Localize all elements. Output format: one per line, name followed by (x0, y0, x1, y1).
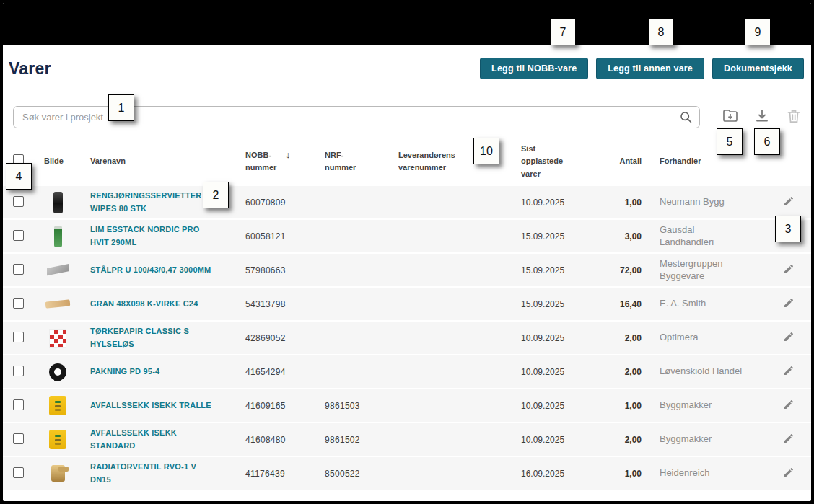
table-tools (719, 105, 805, 128)
pencil-icon (783, 195, 795, 209)
pencil-icon (783, 297, 795, 311)
table-row: TØRKEPAPIR CLASSIC S HYLSELØS 42869052 1… (3, 322, 811, 355)
quantity: 2,00 (605, 435, 650, 445)
annotation-callout-6: 6 (754, 128, 780, 155)
document-check-button[interactable]: Dokumentsjekk (712, 58, 804, 79)
product-name-link[interactable]: AVFALLSSEKK ISEKK STANDARD (90, 427, 219, 451)
edit-button[interactable] (779, 261, 798, 280)
annotation-callout-3: 3 (775, 216, 801, 242)
row-checkbox[interactable] (13, 366, 24, 376)
dealer-name: Neumann Bygg (650, 196, 766, 208)
dealer-name: Gausdal Landhandleri (650, 224, 766, 248)
table-body: RENGJØRINGSSERVIETTER WIPES 80 STK 60070… (3, 186, 811, 491)
annotation-callout-1: 1 (108, 94, 134, 121)
product-name-link[interactable]: RADIATORVENTIL RVO-1 V DN15 (90, 461, 219, 485)
product-thumbnail (49, 396, 66, 415)
page-header: Varer Legg til NOBB-vare Legg til annen … (3, 45, 811, 79)
pencil-icon (783, 399, 795, 412)
nobb-number: 41608480 (236, 435, 315, 445)
pencil-icon (783, 263, 795, 277)
nrf-number: 8500522 (315, 469, 389, 479)
dealer-name: Heidenreich (650, 467, 766, 479)
nobb-number: 54313798 (236, 299, 315, 309)
column-header-nobb-label: NOBB-nummer (245, 149, 281, 174)
table-row: AVFALLSSEKK ISEKK STANDARD 41608480 9861… (3, 423, 811, 457)
annotation-callout-5: 5 (717, 128, 743, 155)
nobb-number: 41176439 (236, 469, 315, 479)
nobb-number: 42869052 (236, 333, 315, 343)
import-to-folder-button[interactable] (719, 105, 742, 128)
product-name-link[interactable]: AVFALLSSEKK ISEKK TRALLE (90, 399, 211, 412)
nobb-number: 60058121 (236, 231, 315, 242)
product-name-link[interactable]: STÅLPR U 100/43/0,47 3000MM (90, 264, 211, 276)
add-other-product-button[interactable]: Legg til annen vare (596, 58, 704, 79)
annotation-callout-7: 7 (550, 19, 576, 45)
column-header-nrf: NRF-nummer (315, 149, 389, 174)
download-icon (753, 107, 771, 127)
product-thumbnail (49, 363, 66, 381)
product-name-link[interactable]: RENGJØRINGSSERVIETTER WIPES 80 STK (90, 190, 219, 214)
download-button[interactable] (750, 105, 774, 128)
last-uploaded-date: 10.09.2025 (512, 198, 605, 208)
sort-descending-icon[interactable]: ↓ (286, 149, 291, 161)
row-checkbox[interactable] (13, 467, 24, 478)
row-checkbox[interactable] (13, 196, 24, 207)
annotation-callout-4: 4 (6, 163, 32, 190)
annotation-callout-8: 8 (648, 19, 674, 45)
product-name-link[interactable]: TØRKEPAPIR CLASSIC S HYLSELØS (90, 325, 219, 350)
page-title: Varer (9, 59, 51, 79)
pencil-icon (783, 433, 795, 446)
delete-button[interactable] (782, 105, 805, 128)
quantity: 2,00 (605, 367, 650, 377)
column-header-dealer: Forhandler (650, 155, 766, 167)
quantity: 2,00 (605, 333, 650, 343)
edit-button[interactable] (779, 329, 798, 348)
row-checkbox[interactable] (13, 399, 24, 410)
product-thumbnail (45, 299, 71, 309)
product-thumbnail (49, 430, 66, 449)
row-checkbox[interactable] (13, 433, 24, 444)
product-name-link[interactable]: LIM ESSTACK NORDIC PRO HVIT 290ML (90, 224, 219, 248)
nobb-number: 41609165 (236, 401, 315, 411)
import-to-folder-icon (722, 107, 739, 127)
table-row: RADIATORVENTIL RVO-1 V DN15 41176439 850… (3, 457, 811, 491)
top-bar (3, 3, 811, 45)
product-thumbnail (51, 465, 65, 482)
add-nobb-product-button[interactable]: Legg til NOBB-vare (480, 58, 588, 79)
column-header-name: Varenavn (81, 155, 236, 167)
quantity: 1,00 (605, 198, 650, 208)
product-thumbnail (47, 264, 69, 276)
edit-button[interactable] (779, 397, 798, 415)
row-checkbox[interactable] (13, 332, 24, 342)
table-row: AVFALLSSEKK ISEKK TRALLE 41609165 986150… (3, 389, 811, 423)
row-checkbox[interactable] (13, 298, 24, 309)
edit-button[interactable] (779, 295, 798, 314)
table-row: STÅLPR U 100/43/0,47 3000MM 57980663 15.… (3, 254, 811, 288)
last-uploaded-date: 16.09.2025 (512, 469, 605, 479)
edit-button[interactable] (779, 430, 798, 449)
product-name-link[interactable]: GRAN 48X098 K-VIRKE C24 (90, 298, 198, 310)
column-header-nobb[interactable]: NOBB-nummer↓ (236, 149, 315, 174)
table-row: LIM ESSTACK NORDIC PRO HVIT 290ML 600581… (3, 220, 811, 254)
dealer-name: Optimera (650, 332, 766, 343)
edit-button[interactable] (779, 363, 798, 381)
table-row: RENGJØRINGSSERVIETTER WIPES 80 STK 60070… (3, 186, 811, 220)
column-header-image: Bilde (35, 155, 81, 167)
last-uploaded-date: 10.09.2025 (512, 333, 605, 343)
quantity: 1,00 (605, 401, 650, 411)
edit-button[interactable] (779, 193, 798, 212)
edit-button[interactable] (779, 464, 798, 483)
row-checkbox[interactable] (13, 264, 24, 275)
row-checkbox[interactable] (13, 230, 24, 241)
annotation-callout-9: 9 (745, 19, 771, 45)
last-uploaded-date: 10.09.2025 (512, 367, 605, 377)
product-name-link[interactable]: PAKNING PD 95-4 (90, 366, 159, 378)
product-thumbnail (49, 329, 66, 348)
dealer-name: Mestergruppen Byggevare (650, 258, 766, 282)
quantity: 72,00 (605, 265, 650, 275)
quantity: 3,00 (605, 231, 650, 242)
last-uploaded-date: 15.09.2025 (512, 299, 605, 309)
search-icon[interactable] (679, 110, 693, 127)
pencil-icon (783, 331, 795, 345)
nobb-number: 41654294 (236, 367, 315, 377)
